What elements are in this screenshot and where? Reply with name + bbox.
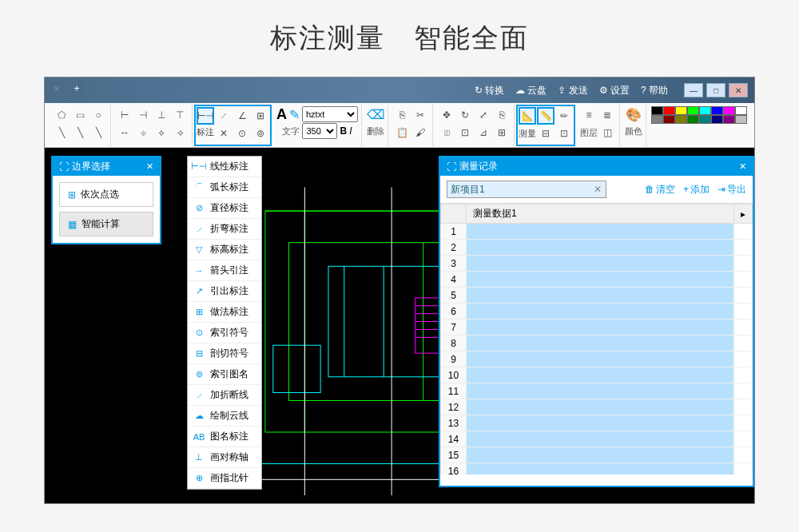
table-row[interactable]: 10 [441, 367, 753, 383]
menu-convert[interactable]: ↻ 转换 [475, 84, 504, 97]
tool-brush-icon[interactable]: 🖌 [411, 124, 429, 141]
dropdown-item-12[interactable]: ☁绘制云线 [188, 406, 261, 427]
color-swatch[interactable] [675, 115, 687, 124]
panel-right-close-icon[interactable]: ✕ [739, 161, 746, 172]
tool-annotate4-icon[interactable]: ⊞ [252, 107, 269, 125]
column-header[interactable]: 测量数据1 [467, 204, 734, 224]
tool-copy-icon[interactable]: ⎘ [393, 106, 411, 124]
pencil-icon[interactable]: ✎ [289, 107, 300, 122]
menu-help[interactable]: ? 帮助 [641, 84, 668, 97]
dropdown-item-13[interactable]: AB图名标注 [188, 427, 261, 447]
tool-dim1-icon[interactable]: ⊢ [116, 106, 133, 124]
new-tab-button[interactable]: + [70, 82, 84, 95]
tool-measure3-icon[interactable]: ✏ [555, 107, 573, 125]
tool-measure5-icon[interactable]: ⊡ [555, 125, 573, 142]
tool-array-icon[interactable]: ⊡ [456, 124, 474, 141]
tool-grid-icon[interactable]: ⊞ [493, 124, 511, 141]
color-swatch[interactable] [723, 106, 735, 115]
dropdown-item-3[interactable]: ⟋折弯标注 [188, 219, 261, 240]
table-row[interactable]: 15 [441, 447, 753, 463]
tool-dim4-icon[interactable]: ⊤ [171, 106, 189, 124]
panel-left-close-icon[interactable]: ✕ [146, 161, 153, 172]
color-swatch[interactable] [711, 106, 723, 115]
eraser-icon[interactable]: ⌫ [367, 106, 384, 124]
table-row[interactable]: 7 [441, 320, 753, 335]
menu-cloud[interactable]: ☁ 云盘 [515, 84, 547, 97]
project-name-input[interactable] [447, 181, 606, 198]
color-swatch[interactable] [675, 106, 687, 115]
tool-align-icon[interactable]: ⊿ [475, 124, 492, 141]
tool-layer3-icon[interactable]: ◫ [598, 124, 616, 141]
tool-annotate7-icon[interactable]: ⊚ [252, 125, 269, 142]
table-row[interactable]: 1 [441, 224, 753, 240]
table-row[interactable]: 5 [441, 288, 753, 304]
tool-layer2-icon[interactable]: ≣ [598, 106, 616, 124]
table-row[interactable]: 3 [441, 256, 753, 272]
tool-measure2-icon[interactable]: 📏 [537, 107, 555, 125]
window-maximize-button[interactable]: □ [706, 83, 725, 97]
tool-line1-icon[interactable]: ╲ [53, 124, 70, 141]
color-swatch[interactable] [699, 115, 711, 124]
tool-dim2-icon[interactable]: ⊣ [134, 106, 152, 124]
dropdown-item-10[interactable]: ⊚索引图名 [188, 364, 261, 385]
menu-send[interactable]: ⇪ 发送 [558, 84, 587, 97]
text-icon[interactable]: A [276, 106, 287, 123]
dropdown-item-1[interactable]: ⌒弧长标注 [188, 177, 261, 198]
clear-input-icon[interactable]: ✕ [594, 184, 602, 195]
color-swatch[interactable] [723, 115, 735, 124]
dropdown-item-2[interactable]: ⊘直径标注 [188, 198, 261, 219]
tool-measure4-icon[interactable]: ⊟ [537, 125, 555, 142]
menu-settings[interactable]: ⚙ 设置 [599, 84, 630, 97]
color-swatch[interactable] [711, 115, 723, 124]
tool-measure1-icon[interactable]: 📐 [519, 107, 536, 125]
window-minimize-button[interactable]: — [684, 83, 703, 97]
dropdown-item-5[interactable]: →箭头引注 [188, 260, 261, 281]
tool-dim8-icon[interactable]: ⟢ [171, 124, 189, 141]
table-row[interactable]: 4 [441, 272, 753, 288]
tool-line3-icon[interactable]: ╲ [89, 124, 107, 141]
table-row[interactable]: 2 [441, 240, 753, 256]
table-row[interactable]: 13 [441, 415, 753, 431]
tool-annotate5-icon[interactable]: ✕ [215, 125, 233, 142]
clear-button[interactable]: 🗑 清空 [645, 183, 675, 197]
italic-button[interactable]: I [349, 125, 352, 137]
pick-sequential-button[interactable]: ⊞依次点选 [59, 182, 153, 207]
tool-annotate6-icon[interactable]: ⊙ [233, 125, 251, 142]
color-swatch[interactable] [663, 115, 675, 124]
tool-annotate3-icon[interactable]: ∠ [233, 107, 251, 125]
color-swatch[interactable] [651, 115, 663, 124]
tool-circle-icon[interactable]: ○ [89, 106, 107, 124]
color-swatch[interactable] [735, 106, 747, 115]
dropdown-item-14[interactable]: ⊥画对称轴 [188, 447, 261, 468]
tool-dim5-icon[interactable]: ↔ [116, 124, 133, 141]
dropdown-item-8[interactable]: ⊙索引符号 [188, 323, 261, 343]
dropdown-item-7[interactable]: ⊞做法标注 [188, 302, 261, 323]
tool-mirror-icon[interactable]: ⎅ [438, 124, 455, 141]
tool-dim7-icon[interactable]: ⟡ [153, 124, 170, 141]
tool-move-icon[interactable]: ✥ [438, 106, 455, 124]
tool-line2-icon[interactable]: ╲ [71, 124, 89, 141]
tab-close-icon[interactable]: ✕ [53, 84, 60, 94]
color-wheel-icon[interactable]: 🎨 [625, 106, 642, 124]
add-button[interactable]: + 添加 [683, 183, 710, 197]
tool-scale-icon[interactable]: ⤢ [475, 106, 492, 124]
tool-rotate-icon[interactable]: ↻ [456, 106, 474, 124]
tool-cut-icon[interactable]: ✂ [411, 106, 429, 124]
bold-button[interactable]: B [340, 125, 347, 137]
tool-dim3-icon[interactable]: ⊥ [153, 106, 170, 124]
annotate-label[interactable]: 标注 [197, 126, 214, 142]
table-row[interactable]: 14 [441, 431, 753, 447]
color-swatch[interactable] [735, 115, 747, 124]
tool-annotate2-icon[interactable]: ⟋ [215, 107, 233, 125]
table-row[interactable]: 11 [441, 383, 753, 399]
table-row[interactable]: 16 [441, 463, 753, 475]
window-close-button[interactable]: ✕ [729, 83, 748, 97]
table-row[interactable]: 8 [441, 335, 753, 351]
dropdown-item-0[interactable]: ⊢⊣线性标注 [188, 157, 261, 177]
color-swatch[interactable] [651, 106, 663, 115]
table-row[interactable]: 6 [441, 304, 753, 320]
dropdown-item-15[interactable]: ⊕画指北针 [188, 468, 261, 489]
tool-dim6-icon[interactable]: ⟐ [134, 124, 152, 141]
tool-annotate1-icon[interactable]: ⊢⊣ [197, 107, 214, 125]
color-swatch[interactable] [687, 106, 699, 115]
